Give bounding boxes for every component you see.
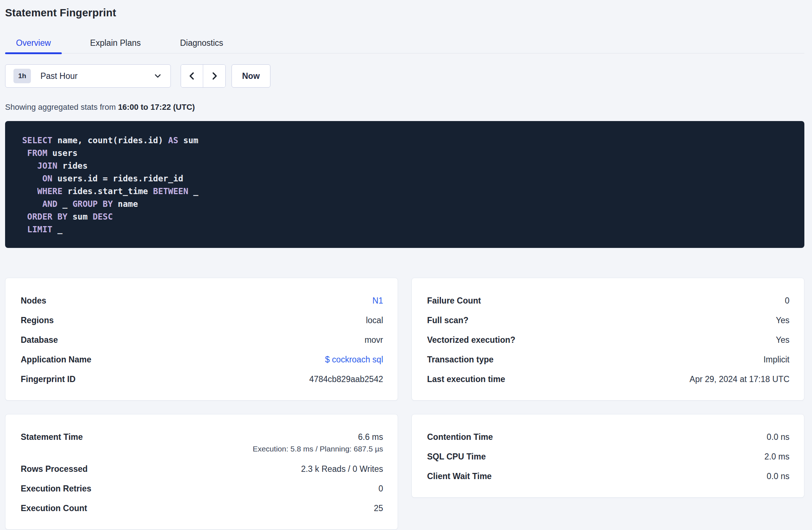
info-row: Full scan?Yes xyxy=(427,316,789,325)
info-value: 0 xyxy=(378,484,383,493)
info-label: Transaction type xyxy=(427,355,494,364)
sql-keyword: FROM xyxy=(27,148,47,158)
info-value-link[interactable]: N1 xyxy=(373,296,383,305)
info-row: Regionslocal xyxy=(21,316,383,325)
sql-line: LIMIT _ xyxy=(22,223,790,236)
stats-caption: Showing aggregated stats from 16:00 to 1… xyxy=(5,102,804,112)
sql-identifier xyxy=(22,174,42,183)
sql-identifier xyxy=(22,199,42,209)
time-range-label: Past Hour xyxy=(40,71,153,81)
info-row: Client Wait Time0.0 ns xyxy=(427,472,789,481)
tab-diagnostics[interactable]: Diagnostics xyxy=(169,38,234,53)
sql-identifier xyxy=(22,225,27,234)
sql-identifier: users.id = rides.rider_id xyxy=(52,174,183,183)
info-value: Yes xyxy=(776,336,789,344)
sql-keyword: JOIN xyxy=(37,161,57,170)
info-value: Apr 29, 2024 at 17:18 UTC xyxy=(690,375,789,384)
info-label: SQL CPU Time xyxy=(427,452,486,461)
sql-identifier xyxy=(22,161,37,170)
info-value-link[interactable]: $ cockroach sql xyxy=(325,355,383,364)
info-row: Execution Count25 xyxy=(21,504,383,513)
info-label: Statement Time xyxy=(21,433,83,441)
statement-times-card: Statement Time6.6 msExecution: 5.8 ms / … xyxy=(5,414,398,530)
info-value: 0 xyxy=(785,296,789,305)
sql-line: AND _ GROUP BY name xyxy=(22,198,790,210)
execution-attributes-card: Failure Count0Full scan?YesVectorized ex… xyxy=(411,278,804,401)
page-title: Statement Fingerprint xyxy=(5,6,804,20)
info-label: Execution Count xyxy=(21,504,87,513)
overview-details-rows: NodesN1RegionslocalDatabasemovrApplicati… xyxy=(21,296,383,384)
sql-line: FROM users xyxy=(22,147,790,160)
sql-line: WHERE rides.start_time BETWEEN _ xyxy=(22,185,790,198)
info-row: Transaction typeImplicit xyxy=(427,355,789,364)
wait-times-card: Contention Time0.0 nsSQL CPU Time2.0 msC… xyxy=(411,414,804,498)
info-label: Failure Count xyxy=(427,296,481,305)
info-row: Statement Time6.6 ms xyxy=(21,433,383,441)
info-value: 2.3 k Reads / 0 Writes xyxy=(301,465,383,473)
time-controls-row: 1h Past Hour Now xyxy=(5,64,804,88)
sql-identifier: sum xyxy=(68,212,93,221)
statement-times-rows: Statement Time6.6 msExecution: 5.8 ms / … xyxy=(21,433,383,513)
sql-line: ORDER BY sum DESC xyxy=(22,210,790,223)
sql-line: JOIN rides xyxy=(22,160,790,172)
info-value: movr xyxy=(365,336,383,344)
tab-overview[interactable]: Overview xyxy=(5,38,62,53)
sql-keyword: AND xyxy=(42,199,57,209)
info-value: 0.0 ns xyxy=(767,433,789,441)
sql-statement-text: SELECT name, count(rides.id) AS sum FROM… xyxy=(22,134,790,236)
time-range-badge: 1h xyxy=(13,69,31,83)
sql-identifier xyxy=(22,148,27,158)
info-row: Fingerprint ID4784cb829aab2542 xyxy=(21,375,383,384)
info-row: NodesN1 xyxy=(21,296,383,305)
sql-keyword: ON xyxy=(42,174,52,183)
info-label: Last execution time xyxy=(427,375,505,384)
sql-identifier xyxy=(22,186,37,196)
time-next-button[interactable] xyxy=(203,65,225,87)
info-label: Fingerprint ID xyxy=(21,375,76,384)
sql-keyword: BETWEEN xyxy=(153,186,188,196)
info-label: Execution Retries xyxy=(21,484,91,493)
info-label: Client Wait Time xyxy=(427,472,492,481)
info-row: Databasemovr xyxy=(21,336,383,344)
info-row: Contention Time0.0 ns xyxy=(427,433,789,441)
stats-caption-prefix: Showing aggregated stats from xyxy=(5,103,118,112)
time-range-dropdown[interactable]: 1h Past Hour xyxy=(5,64,171,88)
stats-caption-range: 16:00 to 17:22 (UTC) xyxy=(118,103,195,112)
sql-identifier: name xyxy=(113,199,138,209)
sql-identifier xyxy=(22,212,27,221)
info-subvalue: Execution: 5.8 ms / Planning: 687.5 µs xyxy=(21,444,383,454)
info-label: Nodes xyxy=(21,296,46,305)
chevron-down-icon xyxy=(153,71,162,81)
info-row: Rows Processed2.3 k Reads / 0 Writes xyxy=(21,465,383,473)
sql-identifier: name, count(rides.id) xyxy=(52,136,168,145)
info-label: Rows Processed xyxy=(21,465,88,473)
info-value: Yes xyxy=(776,316,789,325)
info-row: Vectorized execution?Yes xyxy=(427,336,789,344)
sql-identifier: users xyxy=(47,148,77,158)
info-label: Application Name xyxy=(21,355,91,364)
info-value: 6.6 ms xyxy=(358,433,383,441)
chevron-left-icon xyxy=(187,71,197,81)
chevron-right-icon xyxy=(209,71,220,81)
sql-identifier: rides xyxy=(57,161,88,170)
info-row: Last execution timeApr 29, 2024 at 17:18… xyxy=(427,375,789,384)
sql-keyword: GROUP BY xyxy=(72,199,113,209)
sql-keyword: ORDER BY xyxy=(27,212,68,221)
sql-statement-box: SELECT name, count(rides.id) AS sum FROM… xyxy=(5,121,804,248)
info-value: 2.0 ms xyxy=(764,452,789,461)
now-button[interactable]: Now xyxy=(232,64,270,88)
time-prev-button[interactable] xyxy=(181,65,203,87)
info-label: Database xyxy=(21,336,58,344)
info-value: local xyxy=(366,316,383,325)
sql-keyword: AS xyxy=(168,136,178,145)
wait-times-rows: Contention Time0.0 nsSQL CPU Time2.0 msC… xyxy=(427,433,789,481)
sql-line: SELECT name, count(rides.id) AS sum xyxy=(22,134,790,147)
info-row: Execution Retries0 xyxy=(21,484,383,493)
info-label: Regions xyxy=(21,316,54,325)
sql-identifier: sum xyxy=(178,136,198,145)
statement-fingerprint-page: Statement Fingerprint Overview Explain P… xyxy=(0,0,812,530)
sql-line: ON users.id = rides.rider_id xyxy=(22,172,790,185)
tab-explain-plans[interactable]: Explain Plans xyxy=(79,38,152,53)
info-label: Contention Time xyxy=(427,433,493,441)
sql-identifier: _ xyxy=(52,225,63,234)
